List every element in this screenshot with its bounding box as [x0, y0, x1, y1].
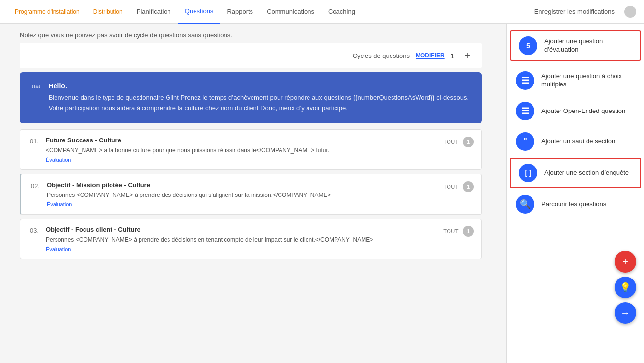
question-content-2: Objectif - Mission pilotée - Culture Per… — [47, 181, 437, 207]
question-tout-1: TOUT — [443, 139, 459, 145]
bulb-icon: 💡 — [620, 282, 631, 283]
panel-label-open-ended: Ajouter Open-Ended question — [541, 107, 625, 115]
panel-label-survey-section: Ajouter une section d’enquête — [544, 169, 629, 177]
panel-icon-section-break: " — [516, 132, 534, 151]
panel-item-multiple-choice[interactable]: ☰ Ajouter une question à choix multiples — [507, 65, 644, 96]
cycles-header: Cycles de questions MODIFIER 1 + — [20, 43, 482, 68]
question-text-2: Personnes <COMPANY_NAME> à prendre des d… — [47, 191, 437, 199]
question-badge-2: 1 — [463, 181, 474, 192]
question-meta-1: TOUT 1 — [443, 137, 474, 147]
question-meta-3: TOUT 1 — [443, 226, 474, 237]
cycles-modifier-button[interactable]: MODIFIER — [416, 52, 445, 59]
question-type-3: Évaluation — [46, 246, 437, 252]
intro-card: ““ Hello. Bienvenue dans le type de ques… — [20, 72, 482, 123]
plus-icon: + — [622, 256, 628, 268]
panel-item-section-break[interactable]: " Ajouter un saut de section — [507, 126, 644, 157]
fab-bulb-button[interactable]: 💡 — [615, 277, 636, 283]
question-meta-2: TOUT 1 — [443, 181, 474, 192]
question-row-highlighted: 02. Objectif - Mission pilotée - Culture… — [20, 174, 482, 215]
fab-container: + 💡 → — [615, 251, 636, 283]
panel-label-evaluation: Ajouter une question d’évaluation — [544, 37, 632, 54]
panel-label-browse: Parcourir les questions — [541, 200, 606, 209]
question-title-1: Future Success - Culture — [46, 137, 437, 144]
nav-item-coaching[interactable]: Coaching — [321, 0, 362, 24]
question-content-1: Future Success - Culture <COMPANY_NAME> … — [46, 137, 437, 163]
nav-item-communications[interactable]: Communications — [260, 0, 321, 24]
question-row-3: 03. Objectif - Focus client - Culture Pe… — [20, 219, 482, 259]
save-button[interactable]: Enregistrer les modifications — [529, 5, 620, 18]
question-tout-3: TOUT — [443, 228, 459, 234]
question-badge-1: 1 — [463, 137, 474, 147]
panel-icon-survey-section: [ ] — [519, 164, 537, 182]
question-num-1: 01. — [30, 138, 46, 145]
nav-item-rapports[interactable]: Rapports — [220, 0, 260, 24]
question-num-2: 02. — [31, 182, 47, 190]
question-num-3: 03. — [30, 227, 46, 234]
nav-item-installation[interactable]: Programme d'installation — [8, 0, 86, 24]
cycles-label: Cycles de questions — [353, 52, 410, 59]
panel-item-survey-section[interactable]: [ ] Ajouter une section d’enquête — [510, 158, 641, 188]
cycles-add-button[interactable]: + — [460, 49, 474, 62]
panel-label-multiple-choice: Ajouter une question à choix multiples — [541, 72, 635, 89]
panel-icon-multiple-choice: ☰ — [516, 71, 534, 90]
question-row: 01. Future Success - Culture <COMPANY_NA… — [20, 129, 482, 170]
question-type-2: Évaluation — [47, 201, 437, 207]
intro-title: Hello. — [49, 82, 470, 90]
question-text-3: Personnes <COMPANY_NAME> à prendre des d… — [46, 235, 437, 244]
panel-icon-browse: 🔍 — [516, 195, 534, 214]
question-title-3: Objectif - Focus client - Culture — [46, 226, 437, 233]
panel-item-evaluation[interactable]: 5 Ajouter une question d’évaluation — [510, 30, 641, 61]
nav-item-questions[interactable]: Questions — [178, 0, 221, 24]
nav-right: Enregistrer les modifications — [529, 5, 636, 18]
content-area: Notez que vous ne pouvez pas avoir de cy… — [20, 24, 482, 259]
question-text-1: <COMPANY_NAME> a la bonne culture pour q… — [46, 146, 437, 155]
panel-divider-1 — [507, 63, 644, 63]
question-type-1: Évaluation — [46, 157, 437, 163]
question-tout-2: TOUT — [443, 184, 459, 190]
nav-item-planification[interactable]: Planification — [130, 0, 178, 24]
nav-bar: Programme d'installation Distribution Pl… — [0, 0, 644, 24]
cycles-count: 1 — [450, 52, 454, 60]
panel-item-open-ended[interactable]: ☰ Ajouter Open-Ended question — [507, 96, 644, 126]
nav-item-distribution[interactable]: Distribution — [86, 0, 130, 24]
panel-label-section-break: Ajouter un saut de section — [541, 138, 615, 146]
panel-icon-open-ended: ☰ — [516, 102, 534, 120]
panel-icon-evaluation: 5 — [519, 36, 537, 55]
question-content-3: Objectif - Focus client - Culture Person… — [46, 226, 437, 252]
intro-body-container: Hello. Bienvenue dans le type de questio… — [49, 82, 470, 113]
quote-icon: ““ — [31, 83, 41, 97]
avatar[interactable] — [624, 6, 636, 18]
intro-body: Bienvenue dans le type de questionnaire … — [49, 93, 470, 113]
question-badge-3: 1 — [463, 226, 474, 237]
fab-plus-button[interactable]: + — [615, 251, 636, 273]
question-title-2: Objectif - Mission pilotée - Culture — [47, 181, 437, 189]
panel-item-browse[interactable]: 🔍 Parcourir les questions — [507, 189, 644, 220]
notice-text: Notez que vous ne pouvez pas avoir de cy… — [20, 24, 482, 43]
right-panel: 5 Ajouter une question d’évaluation ☰ Aj… — [506, 24, 644, 283]
